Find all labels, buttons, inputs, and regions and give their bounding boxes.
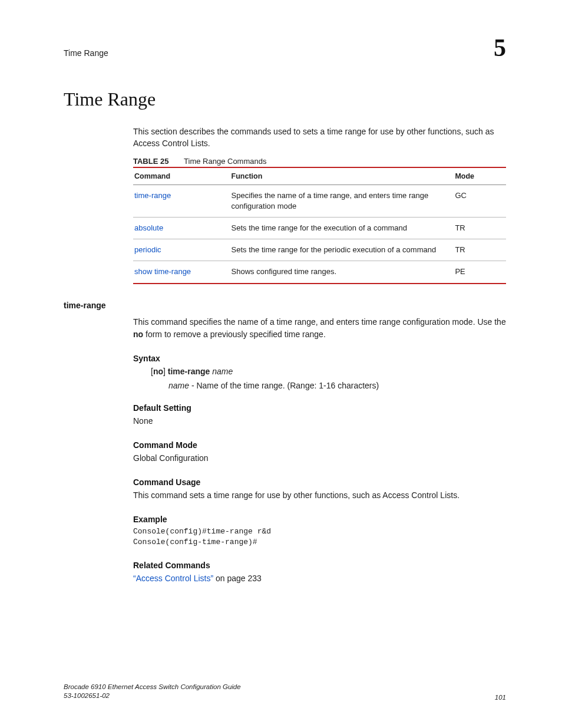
syntax-line: [no] time-range name: [151, 367, 506, 376]
example-code: Console(config)#time-range r&d Console(c…: [133, 526, 506, 548]
table-caption: TABLE 25 Time Range Commands: [133, 157, 506, 166]
footer-part-number: 53-1002651-02: [64, 691, 241, 701]
cell-mode: TR: [454, 217, 506, 239]
cmd-link-absolute[interactable]: absolute: [134, 223, 163, 232]
table-row: periodic Sets the time range for the per…: [133, 239, 506, 261]
cell-mode: TR: [454, 239, 506, 261]
cmd-link-show-time-range[interactable]: show time-range: [134, 267, 191, 276]
section-title: Time Range: [64, 88, 506, 110]
footer-left: Brocade 6910 Ethernet Access Switch Conf…: [64, 683, 241, 701]
cell-function: Sets the time range for the execution of…: [230, 217, 454, 239]
chapter-number: 5: [494, 35, 506, 60]
default-heading: Default Setting: [133, 403, 506, 413]
cell-mode: GC: [454, 185, 506, 217]
mode-value: Global Configuration: [133, 452, 506, 465]
cell-function: Sets the time range for the periodic exe…: [230, 239, 454, 261]
col-header-mode: Mode: [454, 167, 506, 185]
col-header-command: Command: [133, 167, 230, 185]
cmd-link-periodic[interactable]: periodic: [134, 245, 161, 254]
table-header-row: Command Function Mode: [133, 167, 506, 185]
footer-book-title: Brocade 6910 Ethernet Access Switch Conf…: [64, 683, 241, 692]
table-row: show time-range Shows configured time ra…: [133, 261, 506, 284]
command-heading: time-range: [64, 301, 506, 310]
command-table: Command Function Mode time-range Specifi…: [133, 167, 506, 284]
table-row: absolute Sets the time range for the exe…: [133, 217, 506, 239]
related-link-acl[interactable]: “Access Control Lists”: [133, 574, 213, 583]
command-description: This command specifies the name of a tim…: [133, 316, 506, 341]
table-row: time-range Specifies the name of a time …: [133, 185, 506, 217]
mode-heading: Command Mode: [133, 440, 506, 450]
document-page: Time Range 5 Time Range This section des…: [0, 0, 562, 728]
cell-function: Specifies the name of a time range, and …: [230, 185, 454, 217]
syntax-heading: Syntax: [133, 354, 506, 363]
command-body: This command specifies the name of a tim…: [133, 316, 506, 585]
running-title: Time Range: [64, 48, 108, 58]
table-caption-label: TABLE 25: [133, 157, 168, 166]
table-caption-text: Time Range Commands: [184, 157, 266, 166]
related-heading: Related Commands: [133, 561, 506, 570]
page-footer: Brocade 6910 Ethernet Access Switch Conf…: [64, 683, 506, 701]
cell-mode: PE: [454, 261, 506, 284]
syntax-arg-desc: name - Name of the time range. (Range: 1…: [168, 381, 506, 390]
running-header: Time Range 5: [64, 35, 506, 60]
cell-function: Shows configured time ranges.: [230, 261, 454, 284]
usage-heading: Command Usage: [133, 477, 506, 487]
intro-paragraph: This section describes the commands used…: [133, 126, 506, 150]
example-heading: Example: [133, 515, 506, 524]
related-commands: “Access Control Lists” on page 233: [133, 572, 506, 585]
usage-value: This command sets a time range for use b…: [133, 489, 506, 502]
col-header-function: Function: [230, 167, 454, 185]
section-body: This section describes the commands used…: [133, 126, 506, 284]
footer-page-number: 101: [495, 694, 506, 701]
default-value: None: [133, 415, 506, 427]
cmd-link-time-range[interactable]: time-range: [134, 191, 171, 200]
